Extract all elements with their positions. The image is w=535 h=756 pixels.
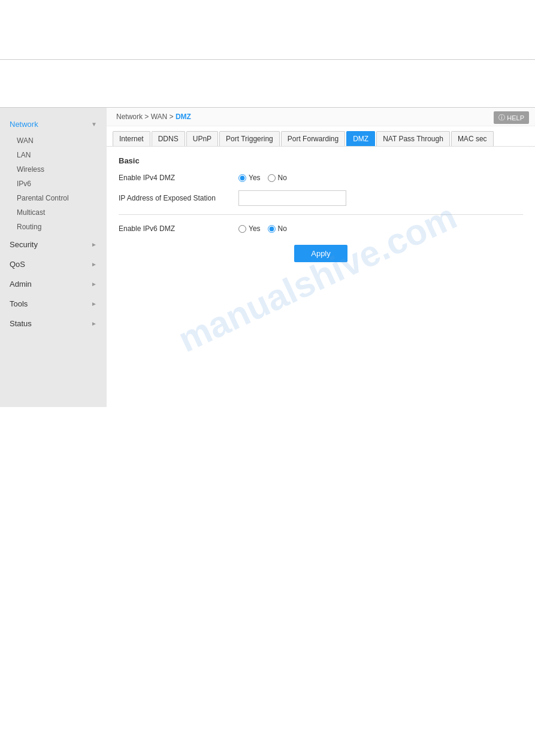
radio-ipv4-no[interactable] — [268, 174, 276, 182]
tab-nat-pass-through[interactable]: NAT Pass Through — [376, 131, 450, 146]
sidebar-section-security: Security ► — [0, 235, 107, 254]
sidebar-item-parental-control[interactable]: Parental Control — [0, 191, 107, 205]
form-row-enable-ipv4-dmz: Enable IPv4 DMZ Yes No — [119, 174, 523, 182]
sidebar-section-status: Status ► — [0, 314, 107, 333]
top-bar — [0, 0, 535, 60]
sidebar: Network ▼ WAN LAN Wireless IPv6 Parental… — [0, 108, 107, 407]
radio-ipv6-no-label[interactable]: No — [268, 224, 287, 233]
chevron-right-icon-admin: ► — [91, 281, 97, 287]
sidebar-section-admin: Admin ► — [0, 275, 107, 293]
content-area: Network > WAN > DMZ ⓘ HELP Internet DDNS… — [107, 108, 535, 407]
sidebar-item-status[interactable]: Status ► — [0, 314, 107, 333]
chevron-right-icon-tools: ► — [91, 300, 97, 307]
help-button-label: HELP — [507, 114, 524, 122]
sidebar-item-wan[interactable]: WAN — [0, 133, 107, 148]
radio-ipv6-yes[interactable] — [238, 225, 246, 233]
radio-ipv4-no-label[interactable]: No — [268, 174, 287, 182]
sidebar-item-routing[interactable]: Routing — [0, 220, 107, 234]
tab-port-triggering[interactable]: Port Triggering — [219, 131, 280, 146]
breadcrumb-row: Network > WAN > DMZ ⓘ HELP — [107, 108, 535, 126]
apply-button[interactable]: Apply — [294, 245, 347, 262]
sidebar-item-network[interactable]: Network ▼ — [0, 115, 107, 133]
sidebar-item-admin-label: Admin — [10, 280, 32, 289]
control-enable-ipv6-dmz: Yes No — [238, 224, 287, 233]
chevron-right-icon-status: ► — [91, 320, 97, 327]
sidebar-item-security-label: Security — [10, 240, 38, 249]
label-enable-ipv4-dmz: Enable IPv4 DMZ — [119, 174, 238, 182]
sidebar-item-wireless[interactable]: Wireless — [0, 162, 107, 177]
tabs-bar: Internet DDNS UPnP Port Triggering Port … — [107, 126, 535, 147]
main-content: Network ▼ WAN LAN Wireless IPv6 Parental… — [0, 108, 535, 407]
sidebar-item-tools[interactable]: Tools ► — [0, 294, 107, 313]
breadcrumb-network: Network — [116, 113, 143, 121]
divider — [119, 214, 523, 215]
breadcrumb-sep1: > — [144, 113, 150, 121]
form-row-enable-ipv6-dmz: Enable IPv6 DMZ Yes No — [119, 224, 523, 233]
radio-ipv4-yes-text: Yes — [249, 174, 261, 182]
sidebar-item-lan[interactable]: LAN — [0, 148, 107, 162]
form-body: Basic Enable IPv4 DMZ Yes No — [107, 147, 535, 284]
radio-ipv6-yes-label[interactable]: Yes — [238, 224, 261, 233]
chevron-down-icon: ▼ — [91, 121, 97, 127]
page-wrapper: Network ▼ WAN LAN Wireless IPv6 Parental… — [0, 0, 535, 756]
tab-internet[interactable]: Internet — [113, 131, 150, 146]
sidebar-item-multicast[interactable]: Multicast — [0, 205, 107, 220]
breadcrumb-sep2: > — [170, 113, 176, 121]
tab-ddns[interactable]: DDNS — [152, 131, 185, 146]
radio-ipv4-yes[interactable] — [238, 174, 246, 182]
breadcrumb-dmz: DMZ — [176, 113, 191, 121]
radio-ipv6-no[interactable] — [268, 225, 276, 233]
help-circle-icon: ⓘ — [498, 113, 505, 122]
sidebar-section-tools: Tools ► — [0, 294, 107, 313]
control-enable-ipv4-dmz: Yes No — [238, 174, 287, 182]
chevron-right-icon-security: ► — [91, 241, 97, 248]
label-ip-address: IP Address of Exposed Station — [119, 194, 238, 202]
breadcrumb: Network > WAN > DMZ — [107, 108, 535, 126]
form-row-ip-address: IP Address of Exposed Station — [119, 190, 523, 206]
middle-bar — [0, 60, 535, 108]
sidebar-item-qos-label: QoS — [10, 260, 25, 269]
ip-address-input[interactable] — [238, 190, 346, 206]
tab-mac-sec[interactable]: MAC sec — [451, 131, 494, 146]
sidebar-item-ipv6[interactable]: IPv6 — [0, 177, 107, 191]
chevron-right-icon-qos: ► — [91, 261, 97, 268]
sidebar-item-security[interactable]: Security ► — [0, 235, 107, 254]
section-title-basic: Basic — [119, 156, 523, 165]
sidebar-item-network-label: Network — [10, 120, 38, 129]
sidebar-sub-items-network: WAN LAN Wireless IPv6 Parental Control M… — [0, 133, 107, 234]
sidebar-section-qos: QoS ► — [0, 255, 107, 274]
radio-ipv6-no-text: No — [278, 224, 287, 233]
help-button[interactable]: ⓘ HELP — [494, 111, 529, 124]
radio-ipv4-yes-label[interactable]: Yes — [238, 174, 261, 182]
tab-upnp[interactable]: UPnP — [186, 131, 218, 146]
label-enable-ipv6-dmz: Enable IPv6 DMZ — [119, 224, 238, 233]
radio-ipv6-yes-text: Yes — [249, 224, 261, 233]
tab-dmz[interactable]: DMZ — [346, 131, 375, 146]
sidebar-item-admin[interactable]: Admin ► — [0, 275, 107, 293]
sidebar-item-qos[interactable]: QoS ► — [0, 255, 107, 274]
sidebar-item-status-label: Status — [10, 319, 32, 328]
sidebar-section-network: Network ▼ WAN LAN Wireless IPv6 Parental… — [0, 115, 107, 234]
breadcrumb-wan: WAN — [151, 113, 168, 121]
control-ip-address — [238, 190, 346, 206]
sidebar-item-tools-label: Tools — [10, 299, 28, 308]
radio-ipv4-no-text: No — [278, 174, 287, 182]
tab-port-forwarding[interactable]: Port Forwarding — [281, 131, 345, 146]
